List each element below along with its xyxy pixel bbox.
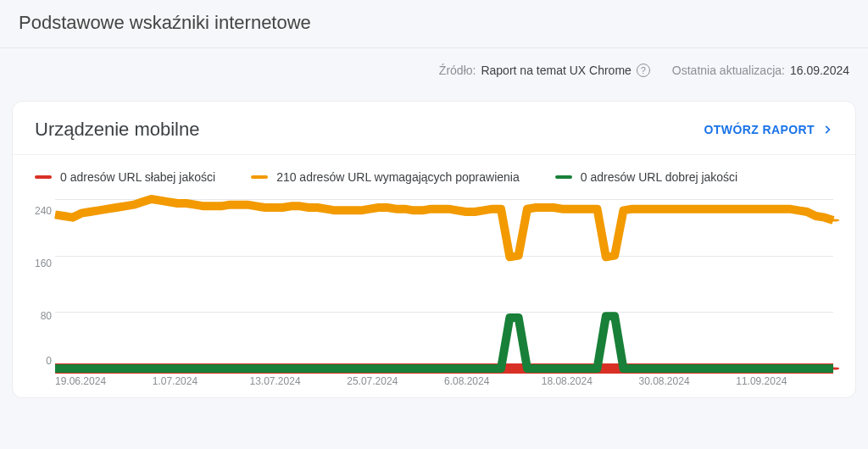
x-tick: 19.06.2024 <box>55 375 153 387</box>
legend-label-good: 0 adresów URL dobrej jakości <box>581 170 737 184</box>
swatch-poor <box>35 175 52 179</box>
x-tick: 13.07.2024 <box>250 375 348 387</box>
chart: 240 160 80 0 19.06.2024 1.07.2024 13.07.… <box>13 189 855 387</box>
legend-label-needs: 210 adresów URL wymagających poprawienia <box>276 170 520 184</box>
svg-point-1 <box>827 219 840 221</box>
page-title: Podstawowe wskaźniki internetowe <box>19 12 849 34</box>
source-link[interactable]: Raport na temat UX Chrome <box>481 64 631 77</box>
y-tick: 80 <box>31 310 52 322</box>
chevron-right-icon <box>821 124 833 136</box>
legend: 0 adresów URL słabej jakości 210 adresów… <box>13 155 855 189</box>
legend-label-poor: 0 adresów URL słabej jakości <box>60 170 215 184</box>
open-report-label: OTWÓRZ RAPORT <box>704 123 815 136</box>
legend-item-good: 0 adresów URL dobrej jakości <box>555 170 737 184</box>
swatch-needs <box>251 175 268 179</box>
updated-label: Ostatnia aktualizacja: <box>672 64 785 77</box>
x-tick: 1.07.2024 <box>153 375 250 387</box>
x-tick: 18.08.2024 <box>542 375 639 387</box>
swatch-good <box>555 175 572 179</box>
help-icon[interactable]: ? <box>637 64 650 77</box>
y-tick: 0 <box>31 355 52 367</box>
legend-item-needs: 210 adresów URL wymagających poprawienia <box>251 170 520 184</box>
x-tick: 25.07.2024 <box>347 375 444 387</box>
source-label: Źródło: <box>439 64 476 77</box>
legend-item-poor: 0 adresów URL słabej jakości <box>35 170 215 184</box>
updated-value: 16.09.2024 <box>790 64 849 77</box>
y-tick: 240 <box>31 205 52 217</box>
plot-svg <box>55 199 833 369</box>
updated-meta: Ostatnia aktualizacja: 16.09.2024 <box>672 64 849 77</box>
card-title: Urządzenie mobilne <box>35 119 199 141</box>
mobile-card: Urządzenie mobilne OTWÓRZ RAPORT 0 adres… <box>12 101 856 398</box>
x-tick: 11.09.2024 <box>736 375 833 387</box>
source-meta: Źródło: Raport na temat UX Chrome ? <box>439 64 650 77</box>
y-tick: 160 <box>31 258 52 269</box>
y-axis: 240 160 80 0 <box>31 199 52 369</box>
x-tick: 30.08.2024 <box>639 375 737 387</box>
open-report-button[interactable]: OTWÓRZ RAPORT <box>704 123 833 136</box>
x-tick: 6.08.2024 <box>444 375 542 387</box>
